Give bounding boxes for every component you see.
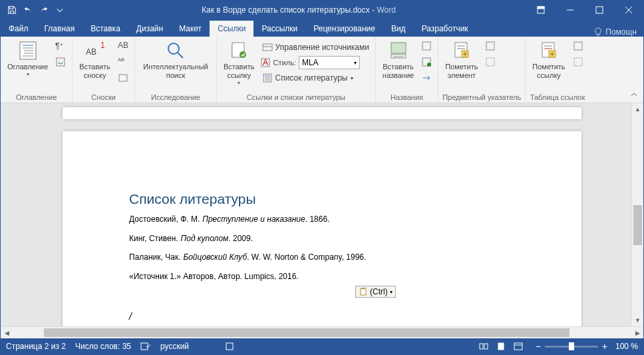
scroll-right-icon[interactable]: ▶ (631, 327, 643, 338)
tab-developer[interactable]: Разработчик (414, 21, 476, 37)
insert-citation-button[interactable]: Вставить ссылку ▾ (221, 39, 257, 87)
insert-footnote-button[interactable]: AB1 Вставить сноску (77, 39, 113, 81)
word-count[interactable]: Число слов: 35 (75, 342, 131, 351)
web-layout-icon[interactable] (510, 340, 526, 353)
update-index-icon[interactable] (483, 55, 498, 69)
add-text-icon[interactable]: ¶⁺ (53, 39, 68, 53)
minimize-icon[interactable] (556, 1, 585, 19)
citation-icon (228, 40, 249, 61)
svg-point-23 (240, 51, 246, 58)
print-layout-icon[interactable] (493, 340, 509, 353)
save-icon[interactable] (5, 3, 19, 17)
lightbulb-icon (593, 27, 603, 37)
macro-icon[interactable] (225, 342, 234, 351)
page-indicator[interactable]: Страница 2 из 2 (6, 342, 66, 351)
tell-me-label: Помощн (605, 27, 637, 37)
paste-options-tag[interactable]: (Ctrl) ▾ (355, 286, 396, 298)
read-mode-icon[interactable] (476, 340, 492, 353)
zoom-handle[interactable] (569, 342, 574, 350)
update-table-icon[interactable] (419, 55, 434, 69)
manage-sources-label: Управление источниками (275, 43, 369, 52)
insert-caption-button[interactable]: Вставить название (380, 39, 416, 81)
group-footnotes: AB1 Вставить сноску AB¹ ᴬᴮ Сноски (73, 37, 135, 103)
language-indicator[interactable]: русский (160, 342, 189, 351)
svg-point-37 (427, 63, 431, 67)
tab-review[interactable]: Рецензирование (305, 21, 383, 37)
next-footnote-icon[interactable]: ᴬᴮ (116, 55, 130, 69)
group-label-index: Предметный указатель (442, 92, 521, 103)
zoom-in-icon[interactable]: + (602, 341, 607, 352)
scroll-track[interactable] (632, 115, 643, 314)
svg-text:1: 1 (100, 41, 105, 50)
insert-table-figures-icon[interactable] (419, 39, 434, 53)
insert-toa-icon[interactable] (571, 39, 585, 53)
citation-style-combo: A Стиль: MLA▾ (260, 55, 371, 70)
update-toc-icon[interactable] (53, 55, 68, 69)
chevron-down-icon: ▾ (390, 289, 393, 295)
tab-design[interactable]: Дизайн (128, 21, 171, 37)
zoom-out-icon[interactable]: − (536, 341, 541, 352)
tab-layout[interactable]: Макет (171, 21, 210, 37)
bibliography-icon (262, 73, 273, 83)
mark-citation-button[interactable]: Пометить ссылку (530, 39, 567, 81)
scroll-thumb[interactable] (633, 205, 642, 245)
undo-icon[interactable] (21, 3, 35, 17)
spellcheck-icon[interactable] (140, 342, 151, 351)
redo-icon[interactable] (37, 3, 51, 17)
cross-reference-icon[interactable] (419, 71, 434, 85)
mark-entry-label: Пометить элемент (445, 63, 478, 80)
bibliography-entry: Кинг, Стивен. Под куполом. 2009. (129, 232, 515, 244)
chevron-down-icon: ▾ (238, 80, 240, 86)
collapse-ribbon-icon[interactable] (629, 89, 639, 100)
smart-lookup-button[interactable]: Интеллектуальный поиск (139, 39, 212, 81)
horizontal-scrollbar[interactable]: ◀ ▶ (1, 326, 643, 338)
scroll-down-icon[interactable]: ▼ (632, 314, 643, 326)
scroll-left-icon[interactable]: ◀ (1, 327, 13, 338)
scroll-up-icon[interactable]: ▲ (632, 103, 643, 115)
group-label-footnotes: Сноски (77, 92, 130, 103)
tab-references[interactable]: Ссылки (210, 21, 253, 37)
tab-home[interactable]: Главная (37, 21, 83, 37)
svg-rect-57 (226, 343, 233, 350)
svg-text:AB¹: AB¹ (118, 41, 128, 50)
close-icon[interactable] (614, 1, 643, 19)
tab-view[interactable]: Вид (383, 21, 414, 37)
insert-endnote-icon[interactable]: AB¹ (116, 39, 130, 53)
paste-options-label: (Ctrl) (370, 287, 388, 296)
tell-me[interactable]: Помощн (587, 27, 643, 37)
chevron-down-icon: ▾ (354, 60, 357, 66)
svg-text:A: A (263, 58, 268, 67)
zoom-level[interactable]: 100 % (611, 342, 638, 351)
group-label-research: Исследование (139, 92, 212, 103)
text-cursor: / (129, 311, 515, 322)
style-select[interactable]: MLA▾ (299, 56, 360, 69)
footnote-label: Вставить сноску (79, 63, 110, 80)
bibliography-button[interactable]: Список литературы ▾ (260, 71, 371, 85)
svg-text:AB: AB (86, 47, 96, 57)
svg-rect-14 (57, 58, 65, 66)
zoom-slider[interactable] (545, 346, 598, 348)
view-buttons (476, 340, 526, 353)
bibliography-entry: Паланик, Чак. Бойцовский Клуб. W. W. Nor… (129, 250, 515, 263)
document-area[interactable]: Список литературы Достоевский, Ф. М. Пре… (1, 103, 643, 326)
maximize-icon[interactable] (585, 1, 614, 19)
scroll-thumb[interactable] (44, 328, 570, 337)
vertical-scrollbar[interactable]: ▲ ▼ (631, 103, 643, 326)
toc-button[interactable]: Оглавление ▾ (5, 39, 51, 79)
mark-entry-button[interactable]: Пометить элемент (442, 39, 480, 81)
scroll-track[interactable] (13, 327, 631, 338)
update-toa-icon[interactable] (571, 55, 585, 69)
ribbon-display-icon[interactable] (526, 1, 556, 19)
qat-customize-icon[interactable] (53, 3, 67, 17)
bibliography-label: Список литературы (275, 73, 348, 83)
manage-sources-button[interactable]: Управление источниками (260, 40, 371, 55)
group-label-captions: Названия (380, 92, 434, 103)
group-toa: Пометить ссылку Таблица ссылок (526, 37, 589, 103)
tab-insert[interactable]: Вставка (82, 21, 128, 37)
tab-mailings[interactable]: Рассылки (253, 21, 305, 37)
show-notes-icon[interactable] (116, 71, 130, 85)
svg-rect-61 (514, 343, 522, 350)
svg-rect-58 (480, 344, 483, 349)
tab-file[interactable]: Файл (1, 21, 37, 37)
insert-index-icon[interactable] (483, 39, 498, 53)
